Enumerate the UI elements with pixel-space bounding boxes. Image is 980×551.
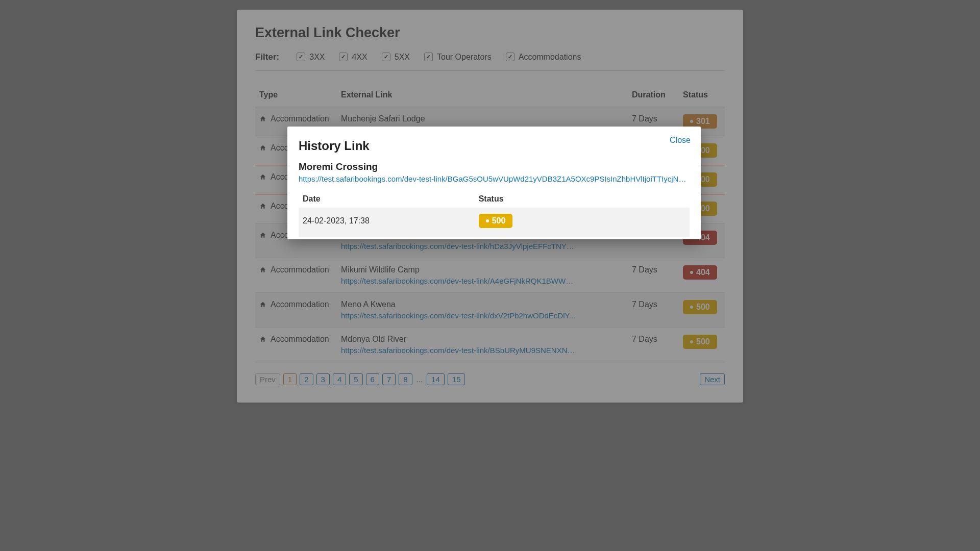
status-code: 500 — [492, 216, 506, 226]
history-body: 24-02-2023, 17:38500 — [299, 208, 690, 237]
history-table: Date Status 24-02-2023, 17:38500 — [299, 190, 690, 237]
history-row: 24-02-2023, 17:38500 — [299, 208, 690, 237]
history-date: 24-02-2023, 17:38 — [299, 208, 475, 237]
history-status: 500 — [475, 208, 690, 237]
dot-icon — [486, 219, 489, 222]
history-col-status: Status — [475, 190, 690, 208]
modal-close-link[interactable]: Close — [670, 136, 691, 145]
history-col-date: Date — [299, 190, 475, 208]
modal-title: History Link — [299, 139, 690, 153]
modal-link[interactable]: https://test.safaribookings.com/dev-test… — [299, 174, 687, 183]
status-badge[interactable]: 500 — [479, 214, 513, 228]
history-modal: Close History Link Moremi Crossing https… — [287, 127, 701, 239]
modal-subject: Moremi Crossing — [299, 161, 690, 172]
modal-backdrop[interactable] — [0, 0, 980, 551]
